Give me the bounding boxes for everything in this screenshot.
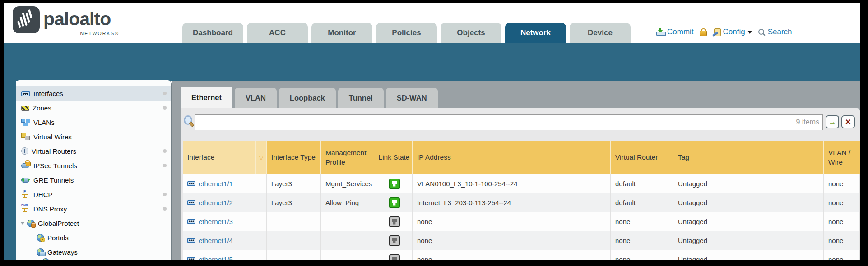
clear-filter-button[interactable]: × — [841, 115, 855, 128]
interfaces-icon — [21, 91, 30, 96]
interface-subtabs: EthernetVLANLoopbackTunnelSD-WAN — [181, 87, 438, 108]
zones-icon — [21, 106, 29, 111]
nav-tab-monitor[interactable]: Monitor — [311, 23, 372, 43]
interface-link[interactable]: ethernet1/2 — [199, 199, 233, 206]
interface-icon — [187, 238, 195, 243]
table-row: ethernet1/2Layer3Allow_PingInternet_L3_2… — [183, 193, 860, 212]
table-row: ethernet1/1Layer3Mgmt_ServicesVLAN0100_L… — [183, 174, 860, 193]
sidebar-item-dns-proxy[interactable]: DNS Proxy — [16, 202, 171, 216]
column-header-management-profile[interactable]: Management Profile — [321, 141, 376, 174]
nav-tab-objects[interactable]: Objects — [441, 23, 501, 43]
interface-type-cell — [267, 250, 321, 260]
tag-cell: Untagged — [673, 231, 824, 250]
link-state-cell — [376, 212, 413, 231]
interface-link[interactable]: ethernet1/5 — [199, 256, 233, 260]
sidebar-item-virtual-routers[interactable]: Virtual Routers — [16, 144, 171, 158]
sidebar-item-gateways[interactable]: Gateways — [16, 245, 171, 259]
table-body: ethernet1/1Layer3Mgmt_ServicesVLAN0100_L… — [183, 174, 860, 260]
interface-cell: ethernet1/3 — [183, 212, 267, 231]
sidebar-item-ipsec-tunnels[interactable]: IPSec Tunnels — [16, 158, 171, 173]
sidebar-item-label: IPSec Tunnels — [33, 162, 77, 170]
nav-tab-acc[interactable]: ACC — [247, 23, 308, 43]
clipped-sidebar-item-icon — [42, 258, 50, 260]
column-header-vlan-wire[interactable]: VLAN / Wire — [824, 141, 860, 174]
sidebar-item-dhcp[interactable]: DHCP — [16, 187, 171, 202]
ethernet-panel: 9 items → × Interface ▽ Interface Type M… — [181, 108, 860, 260]
ip-address-cell: none — [413, 212, 611, 231]
sidebar-item-globalprotect[interactable]: GlobalProtect — [16, 216, 171, 230]
sidebar-item-vlans[interactable]: VLANs — [16, 115, 171, 129]
ip-address-cell: none — [413, 231, 611, 250]
table-row: ethernet1/5nonenoneUntaggednone — [183, 250, 860, 260]
interface-cell: ethernet1/5 — [183, 250, 267, 260]
column-header-tag[interactable]: Tag — [673, 141, 824, 174]
tag-cell: Untagged — [673, 250, 824, 260]
expander-triangle-icon[interactable] — [20, 222, 25, 227]
column-header-ip-address[interactable]: IP Address — [413, 141, 611, 174]
sidebar-item-label: Gateways — [47, 248, 78, 256]
interface-icon — [187, 219, 195, 224]
column-header-interface-type[interactable]: Interface Type — [267, 141, 321, 174]
virtual-router-cell: default — [611, 193, 673, 212]
column-filter-dropdown[interactable]: ▽ — [256, 141, 267, 174]
interface-link[interactable]: ethernet1/4 — [199, 237, 233, 244]
link-state-down-icon — [389, 254, 400, 261]
sidebar-item-label: DNS Proxy — [33, 205, 67, 213]
sidebar-item-interfaces[interactable]: Interfaces — [16, 86, 171, 101]
management-profile-cell: Allow_Ping — [321, 193, 376, 212]
tag-cell: Untagged — [673, 212, 824, 231]
red-x-icon: × — [845, 117, 851, 126]
config-label: Config — [723, 28, 745, 37]
globalprotect-icon — [27, 220, 35, 227]
virtual-router-cell: none — [611, 231, 673, 250]
filter-search-icon — [183, 115, 194, 127]
gateways-icon — [37, 248, 44, 256]
config-menu-button[interactable]: Config — [712, 28, 752, 37]
subtab-sd-wan[interactable]: SD-WAN — [386, 88, 438, 108]
sidebar-item-gre-tunnels[interactable]: GRE Tunnels — [16, 173, 171, 187]
sidebar-item-portals[interactable]: Portals — [16, 230, 171, 245]
nav-tab-network[interactable]: Network — [505, 23, 566, 43]
link-state-cell — [376, 231, 413, 250]
column-header-interface[interactable]: Interface — [183, 141, 256, 174]
apply-filter-button[interactable]: → — [826, 115, 839, 128]
link-state-cell — [376, 174, 413, 193]
subtab-ethernet[interactable]: Ethernet — [181, 87, 232, 108]
filter-input[interactable] — [195, 114, 823, 130]
sidebar-item-label: VLANs — [33, 119, 55, 126]
sidebar-item-label: Zones — [32, 104, 51, 112]
search-button[interactable]: Search — [758, 28, 792, 37]
column-header-link-state[interactable]: Link State — [376, 141, 413, 174]
sidebar-item-label: GRE Tunnels — [33, 176, 74, 184]
virtual-routers-icon — [21, 147, 28, 155]
nav-tab-device[interactable]: Device — [570, 23, 631, 43]
commit-button[interactable]: Commit — [656, 28, 694, 37]
lock-icon[interactable] — [700, 28, 706, 36]
subtab-vlan[interactable]: VLAN — [235, 88, 277, 108]
tag-cell: Untagged — [673, 174, 824, 193]
nav-tab-dashboard[interactable]: Dashboard — [182, 23, 243, 43]
vlan-wire-cell: none — [824, 174, 860, 193]
sidebar-item-virtual-wires[interactable]: Virtual Wires — [16, 129, 171, 144]
sidebar-item-zones[interactable]: Zones — [16, 101, 171, 115]
sidebar-item-label: Portals — [47, 234, 69, 242]
subtab-tunnel[interactable]: Tunnel — [338, 88, 384, 108]
ip-address-cell: none — [413, 250, 611, 260]
nav-tab-policies[interactable]: Policies — [376, 23, 437, 43]
sidebar-item-label: Virtual Wires — [33, 133, 72, 141]
subtab-loopback[interactable]: Loopback — [279, 88, 336, 108]
network-sidebar: InterfacesZonesVLANsVirtual WiresVirtual… — [16, 80, 172, 260]
link-state-down-icon — [389, 235, 400, 246]
interface-icon — [187, 200, 195, 205]
config-icon — [712, 28, 721, 36]
virtual-router-cell: none — [611, 250, 673, 260]
virtual-router-cell: default — [611, 174, 673, 193]
interface-link[interactable]: ethernet1/3 — [199, 218, 233, 225]
interface-link[interactable]: ethernet1/1 — [199, 180, 233, 188]
secondary-header-band: Help — [4, 43, 860, 81]
management-profile-cell: Mgmt_Services — [321, 174, 376, 193]
ipsec-tunnels-icon — [21, 162, 30, 169]
status-dot — [163, 92, 167, 95]
link-state-down-icon — [389, 216, 400, 227]
column-header-virtual-router[interactable]: Virtual Router — [611, 141, 673, 174]
